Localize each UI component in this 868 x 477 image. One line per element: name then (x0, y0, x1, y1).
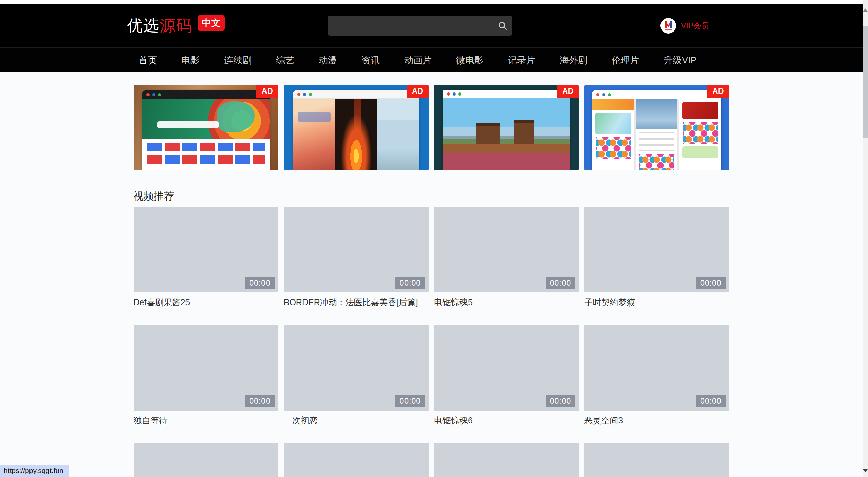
window-dot-blue-icon (453, 92, 456, 96)
nav-item[interactable]: 微电影 (444, 54, 496, 66)
video-card: 00:00 子时契约梦貘 (584, 207, 729, 308)
video-thumbnail[interactable]: 00:00 (284, 207, 429, 292)
search-icon[interactable] (493, 21, 512, 31)
nav-item-label: 微电影 (456, 55, 484, 65)
video-card (584, 443, 729, 477)
search-input[interactable] (328, 16, 493, 36)
video-thumbnail[interactable]: 00:00 (584, 207, 729, 292)
ad-banner[interactable]: AD (284, 85, 429, 170)
video-title[interactable]: 子时契约梦貘 (584, 297, 729, 308)
ad-banner[interactable]: AD (584, 85, 729, 170)
ad-artwork-titlebar (592, 90, 721, 99)
avatar[interactable] (660, 18, 676, 34)
page: 优选源码 中文 VIP会员 (0, 0, 863, 477)
video-duration-badge: 00:00 (245, 395, 275, 407)
video-duration-badge: 00:00 (696, 277, 726, 289)
video-thumbnail[interactable] (584, 443, 729, 477)
logo-text-primary: 优选 (127, 15, 160, 36)
nav-item-label: 动画片 (404, 55, 432, 65)
video-thumbnail[interactable]: 00:00 (434, 325, 579, 411)
logo-text-accent: 源码 (160, 15, 192, 36)
video-thumbnail[interactable] (284, 443, 429, 477)
video-thumbnail[interactable]: 00:00 (134, 325, 278, 411)
nav-item[interactable]: 动漫 (307, 54, 349, 66)
video-card: 00:00 独自等待 (134, 325, 278, 426)
nav-item[interactable]: 资讯 (349, 54, 392, 66)
ad-badge: AD (407, 85, 429, 98)
top-strip (0, 0, 863, 4)
video-card: 00:00 二次初恋 (284, 325, 429, 426)
video-title[interactable]: 电锯惊魂6 (434, 415, 579, 426)
window-dot-blue-icon (303, 93, 306, 96)
nav-item-label: 连续剧 (224, 55, 252, 65)
video-duration-badge: 00:00 (395, 395, 425, 407)
video-card: 00:00 电锯惊魂5 (434, 207, 579, 308)
video-thumbnail[interactable]: 00:00 (284, 325, 429, 411)
vip-area[interactable]: VIP会员 (660, 18, 709, 34)
main-nav: 首页 电影 连续剧 综艺 动漫 资讯 动画片 微电影 记录片 海外剧 伦理片 升… (0, 47, 863, 72)
video-thumbnail[interactable]: 00:00 (584, 325, 729, 411)
nav-item-label: 伦理片 (612, 55, 639, 65)
ad-artwork-window (592, 90, 721, 170)
ad-artwork-titlebar (142, 90, 270, 99)
ad-badge: AD (256, 85, 278, 98)
nav-item[interactable]: 连续剧 (212, 54, 264, 66)
nav-item[interactable]: 综艺 (264, 54, 307, 66)
video-title[interactable]: 电锯惊魂5 (434, 297, 579, 308)
ads-row: AD AD AD (134, 85, 729, 170)
video-duration-badge: 00:00 (546, 395, 576, 407)
ad-artwork-titlebar (293, 90, 419, 99)
vip-member-link[interactable]: VIP会员 (681, 21, 709, 31)
video-duration-badge: 00:00 (696, 395, 726, 407)
scrollbar-down-button[interactable] (863, 465, 868, 476)
scrollbar-track[interactable] (863, 0, 868, 477)
nav-item-label: 首页 (139, 55, 157, 65)
site-logo[interactable]: 优选源码 中文 (127, 15, 225, 36)
nav-item-label: 资讯 (361, 55, 380, 65)
ad-banner[interactable]: AD (134, 85, 278, 170)
video-card: 00:00 BORDER冲动：法医比嘉美香[后篇] (284, 207, 429, 308)
main-content: AD AD AD (134, 85, 729, 477)
nav-item-label: 电影 (181, 55, 200, 65)
ad-banner[interactable]: AD (434, 85, 579, 170)
window-dot-red-icon (447, 92, 450, 96)
video-card: 00:00 Def喜剧果酱25 (134, 207, 278, 308)
nav-item[interactable]: 动画片 (392, 54, 444, 66)
nav-item-label: 动漫 (319, 55, 337, 65)
scrollbar-up-button[interactable] (863, 5, 868, 15)
nav-item-label: 海外剧 (560, 55, 587, 65)
video-title[interactable]: BORDER冲动：法医比嘉美香[后篇] (284, 297, 429, 308)
nav-item-label: 综艺 (276, 55, 294, 65)
video-thumbnail[interactable] (434, 443, 579, 477)
window-dot-blue-icon (152, 93, 155, 96)
scrollbar-thumb[interactable] (863, 26, 868, 138)
window-dot-green-icon (458, 92, 461, 96)
video-thumbnail[interactable]: 00:00 (134, 207, 278, 292)
nav-item[interactable]: 伦理片 (599, 54, 651, 66)
window-dot-green-icon (608, 93, 611, 96)
video-title[interactable]: Def喜剧果酱25 (134, 297, 278, 308)
nav-item[interactable]: 升级VIP (651, 54, 709, 66)
search-bar (328, 16, 512, 36)
nav-item[interactable]: 海外剧 (548, 54, 599, 66)
header: 优选源码 中文 VIP会员 (0, 4, 863, 47)
video-thumbnail[interactable] (134, 443, 278, 477)
nav-item-label: 升级VIP (664, 55, 697, 65)
video-title[interactable]: 恶灵空间3 (584, 415, 729, 426)
nav-item[interactable]: 记录片 (496, 54, 548, 66)
video-thumbnail[interactable]: 00:00 (434, 207, 579, 292)
nav-item[interactable]: 电影 (169, 54, 212, 66)
nav-item[interactable]: 首页 (126, 54, 169, 66)
ad-badge: AD (557, 85, 579, 98)
ad-artwork-window (142, 90, 270, 170)
video-title[interactable]: 独自等待 (134, 415, 278, 426)
video-duration-badge: 00:00 (245, 277, 275, 289)
video-card (434, 443, 579, 477)
video-card: 00:00 电锯惊魂6 (434, 325, 579, 426)
window-dot-green-icon (158, 93, 161, 96)
nav-item-label: 记录片 (508, 55, 535, 65)
section-title-recommend: 视频推荐 (134, 190, 729, 203)
video-title[interactable]: 二次初恋 (284, 415, 429, 426)
window-dot-green-icon (309, 93, 312, 96)
chevron-up-icon (863, 8, 868, 12)
